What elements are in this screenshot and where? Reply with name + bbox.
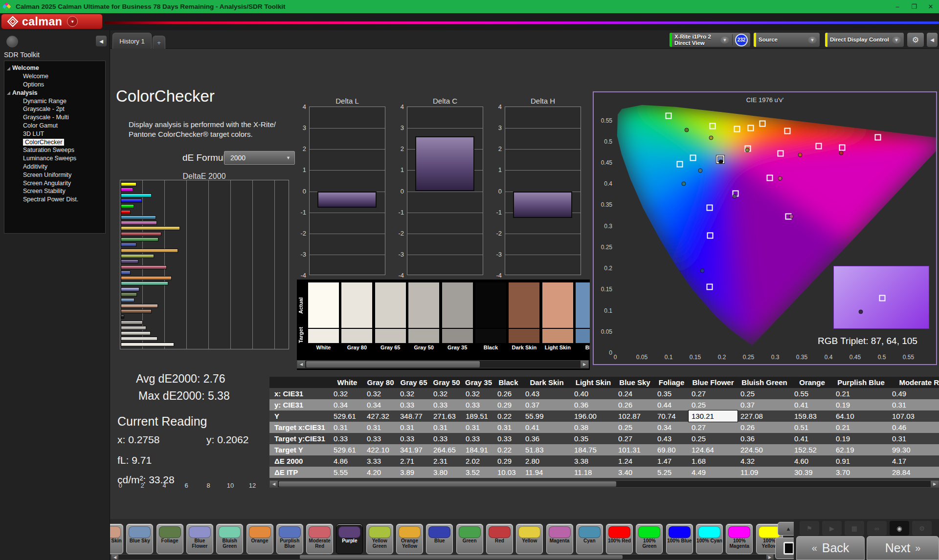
swatch-column-gray-50[interactable]: Gray 50: [408, 282, 439, 350]
patch-button-blue[interactable]: Blue: [426, 524, 453, 554]
patch-button-purple[interactable]: Purple: [336, 524, 363, 554]
deltae-bar-100-green: [121, 204, 134, 208]
patch-color-chip: [110, 526, 121, 538]
sidebar-item-screen-angularity[interactable]: Screen Angularity: [4, 179, 105, 187]
sidebar-collapse-button[interactable]: ◀: [96, 36, 107, 46]
patch-button-cyan[interactable]: Cyan: [576, 524, 603, 554]
table-cell: 51.83: [522, 444, 571, 455]
minimize-button[interactable]: –: [889, 0, 906, 13]
display-control-dropdown[interactable]: Direct Display Control ▼: [825, 32, 904, 47]
swatch-column-white[interactable]: White: [308, 282, 339, 350]
ghost-flag-icon[interactable]: ⚑: [800, 521, 819, 536]
back-button[interactable]: « Back: [796, 536, 865, 560]
source-dropdown[interactable]: Source ▼: [753, 32, 820, 47]
ghost-loop-icon[interactable]: ∞: [867, 521, 887, 536]
patch-button-100-magenta[interactable]: 100% Magenta: [726, 524, 753, 554]
patch-button-moderate-red[interactable]: Moderate Red: [306, 524, 333, 554]
x-tick-label: 6: [184, 482, 188, 489]
scroll-right-icon[interactable]: ▶: [931, 481, 939, 487]
patch-button-blue-sky[interactable]: Blue Sky: [126, 524, 153, 554]
patch-label: Purplish Blue: [277, 538, 303, 549]
bar-gloss: [121, 260, 138, 263]
ghost-play-icon[interactable]: ▶: [822, 521, 842, 536]
sidebar-item-luminance-sweeps[interactable]: Luminance Sweeps: [4, 154, 105, 163]
sidebar-item-dynamic-range[interactable]: Dynamic Range: [4, 97, 105, 105]
scroll-left-icon[interactable]: ◀: [297, 361, 305, 368]
sidebar-pin-button[interactable]: [6, 36, 18, 47]
patch-button-bluish-green[interactable]: Bluish Green: [216, 524, 243, 554]
sidebar-item-3d-lut[interactable]: 3D LUT: [4, 129, 105, 138]
tab-history-1[interactable]: History 1: [112, 33, 152, 49]
patch-button-foliage[interactable]: Foliage: [156, 524, 183, 554]
sidebar-item-grayscale-multi[interactable]: Grayscale - Multi: [4, 113, 105, 122]
sidebar-item-color-gamut[interactable]: Color Gamut: [4, 122, 105, 130]
settings-button[interactable]: ⚙: [907, 32, 924, 47]
sidebar-item-saturation-sweeps[interactable]: Saturation Sweeps: [4, 146, 105, 154]
patch-button-purplish-blue[interactable]: Purplish Blue: [276, 524, 303, 554]
swatch-column-gray-65[interactable]: Gray 65: [375, 282, 406, 350]
ghost-gear-icon[interactable]: ⚙: [912, 521, 932, 536]
sidebar-item-additivity[interactable]: Additivity: [4, 163, 105, 171]
swatch-column-gray-35[interactable]: Gray 35: [442, 282, 473, 350]
patch-button-yellow[interactable]: Yellow: [516, 524, 543, 554]
bar-gloss: [121, 211, 130, 214]
patch-bar-scrollbar[interactable]: ◀ ▶: [111, 554, 774, 560]
swatch-column-dark-skin[interactable]: Dark Skin: [509, 282, 539, 350]
patch-button-100-cyan[interactable]: 100% Cyan: [696, 524, 723, 554]
calman-menu-button[interactable]: calman ▼: [1, 14, 103, 29]
collapse-panel-button[interactable]: ◀: [926, 32, 938, 47]
ghost-chart-icon[interactable]: ▦: [845, 521, 864, 536]
add-tab-button[interactable]: +: [153, 36, 165, 49]
swatch-column-blue[interactable]: Blue: [576, 282, 590, 350]
scrollbar-thumb[interactable]: [306, 361, 480, 367]
patch-button-100-green[interactable]: 100% Green: [636, 524, 663, 554]
sidebar-item-welcome[interactable]: Welcome: [4, 64, 105, 72]
expand-arrow-icon[interactable]: [7, 91, 10, 95]
meter-count-badge[interactable]: 232: [735, 34, 748, 46]
patch-button-light-skin[interactable]: Light Skin: [110, 524, 123, 554]
scroll-left-icon[interactable]: ◀: [270, 481, 278, 487]
target-square-marker: [707, 232, 714, 238]
meter-dropdown[interactable]: X-Rite i1Pro 2 Direct View ▼ 232: [669, 32, 751, 47]
sidebar-item-screen-stability[interactable]: Screen Stability: [4, 187, 105, 195]
sidebar-item-options[interactable]: Options: [4, 81, 105, 89]
sidebar-item-spectral-power-dist-[interactable]: Spectral Power Dist.: [4, 195, 105, 204]
sidebar-item-colorchecker[interactable]: ColorChecker: [4, 138, 105, 146]
y-tick-label: 2: [389, 145, 404, 152]
strip-scrollbar[interactable]: ◀▶: [297, 360, 589, 368]
patch-button-100-blue[interactable]: 100% Blue: [666, 524, 693, 554]
table-cell[interactable]: 130.21: [689, 410, 738, 422]
patch-button-magenta[interactable]: Magenta: [546, 524, 573, 554]
ghost-active-icon[interactable]: ◉: [890, 521, 909, 536]
scroll-right-icon[interactable]: ▶: [766, 555, 773, 560]
next-button[interactable]: Next »: [867, 536, 939, 560]
table-cell: 184.75: [571, 444, 615, 455]
patch-button-yellow-green[interactable]: Yellow Green: [366, 524, 393, 554]
patch-button-red[interactable]: Red: [486, 524, 513, 554]
sidebar-item-analysis[interactable]: Analysis: [4, 88, 105, 97]
patch-color-chip: [728, 526, 750, 538]
sidebar-item-label: Dynamic Range: [23, 98, 67, 105]
patch-button-green[interactable]: Green: [456, 524, 483, 554]
sidebar-item-grayscale-2pt[interactable]: Grayscale - 2pt: [4, 105, 105, 113]
patch-button-100-red[interactable]: 100% Red: [606, 524, 633, 554]
sidebar-item-screen-uniformity[interactable]: Screen Uniformity: [4, 171, 105, 179]
patch-button-orange-yellow[interactable]: Orange Yellow: [396, 524, 423, 554]
de-formula-select[interactable]: 2000 ▼: [224, 151, 295, 165]
calman-dropdown-icon[interactable]: ▼: [67, 16, 78, 27]
target-swatch: [442, 329, 473, 343]
close-button[interactable]: ✕: [922, 0, 939, 13]
table-scrollbar[interactable]: ◀ ▶: [269, 480, 939, 488]
table-cell: 5.25: [654, 467, 689, 478]
patch-button-blue-flower[interactable]: Blue Flower: [186, 524, 213, 554]
patch-button-orange[interactable]: Orange: [246, 524, 273, 554]
maximize-button[interactable]: ❐: [906, 0, 922, 13]
sidebar-item-welcome[interactable]: Welcome: [4, 72, 105, 81]
swatch-column-black[interactable]: Black: [475, 282, 506, 350]
scroll-left-icon[interactable]: ◀: [112, 555, 118, 560]
swatch-column-light-skin[interactable]: Light Skin: [542, 282, 573, 350]
expand-arrow-icon[interactable]: [7, 67, 10, 70]
reading-cdm2: cd/m²: 33.28: [117, 474, 175, 486]
swatch-column-gray-80[interactable]: Gray 80: [341, 282, 372, 350]
scroll-right-icon[interactable]: ▶: [581, 361, 588, 368]
